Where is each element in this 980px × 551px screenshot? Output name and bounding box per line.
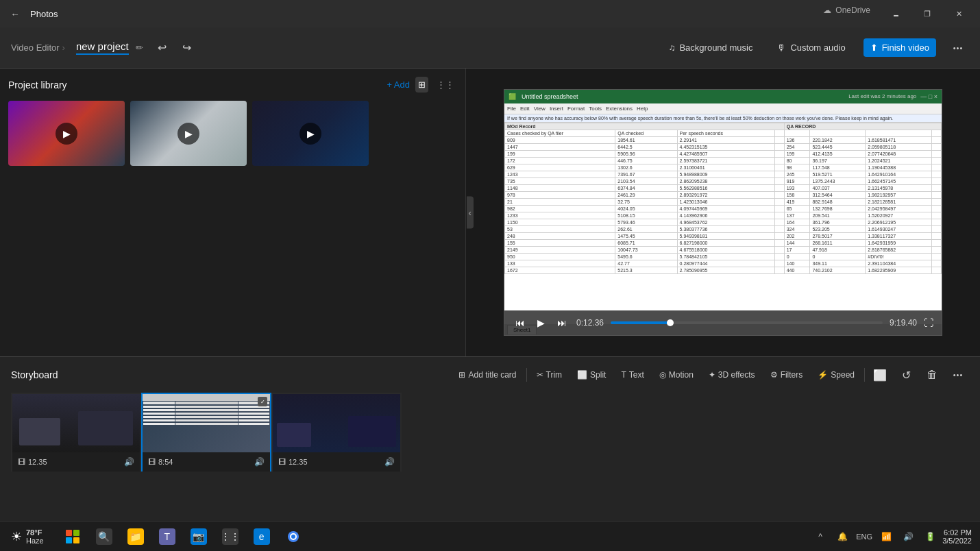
tool-separator-2 [864, 368, 865, 382]
storyboard-clip-1[interactable]: 🎞 12.35 🔊 [11, 393, 141, 472]
cell-1-3 [774, 144, 784, 151]
sheet-menu-edit[interactable]: Edit [520, 106, 530, 112]
undo-button[interactable]: ↩ [151, 37, 173, 59]
custom-audio-button[interactable]: 🎙 Custom audio [770, 38, 852, 57]
tray-network[interactable]: 📶 [877, 527, 896, 546]
cell-11-7 [931, 212, 941, 219]
filters-button[interactable]: ⚙ Filters [765, 367, 809, 383]
undo-redo-controls: ↩ ↪ [151, 37, 198, 59]
title-bar: ← Photos ☁ OneDrive 🗕 ❐ ✕ [0, 0, 980, 27]
more-options-button[interactable]: ••• [947, 37, 969, 59]
list-view-button[interactable]: ⋮⋮ [434, 77, 457, 93]
search-taskbar-button[interactable]: 🔍 [89, 522, 119, 552]
sheet-menu-file[interactable]: File [507, 106, 516, 112]
tray-volume[interactable]: 🔊 [898, 527, 918, 546]
cell-7-3 [774, 185, 784, 192]
sheet-menu-format[interactable]: Format [567, 106, 585, 112]
rewind-button[interactable]: ⏮ [513, 316, 528, 330]
add-media-button[interactable]: + Add [387, 77, 410, 93]
sheet-menu-insert[interactable]: Insert [550, 106, 563, 112]
progress-bar[interactable] [611, 321, 883, 324]
grid-view-button[interactable]: ⊞ [415, 77, 428, 93]
tray-keyboard[interactable]: ENG [855, 527, 874, 546]
sheet-menu-help[interactable]: Help [637, 106, 648, 112]
file-explorer-taskbar-button[interactable]: 📁 [121, 522, 151, 552]
onedrive-area: ☁ OneDrive [823, 5, 870, 15]
cell-19-0: 1672 [505, 267, 615, 274]
restore-button[interactable]: ❐ [911, 0, 943, 27]
text-button[interactable]: T Text [615, 367, 649, 383]
cell-8-4: 158 [784, 192, 810, 199]
back-button[interactable]: ← [5, 4, 25, 23]
cell-5-5: 519.5271 [810, 171, 866, 178]
fullscreen-button[interactable]: ⛶ [924, 317, 933, 328]
cell-4-0: 629 [505, 164, 615, 171]
cell-5-7 [931, 171, 941, 178]
more-apps-taskbar-button[interactable]: ⋮⋮ [215, 522, 245, 552]
finish-video-button[interactable]: ⬆ Finish video [863, 38, 936, 57]
tray-chevron[interactable]: ^ [811, 527, 830, 546]
cell-6-0: 735 [505, 178, 615, 185]
close-button[interactable]: ✕ [943, 0, 975, 27]
start-button[interactable] [58, 522, 88, 552]
clip-thumbnail-1 [12, 394, 140, 452]
rotate-button[interactable]: ↺ [895, 364, 917, 386]
forward-button[interactable]: ⏭ [554, 316, 569, 330]
cell-1-1: 6442.5 [615, 144, 677, 151]
clip-thumbnail-2: ✓ [143, 394, 270, 452]
minimize-button[interactable]: 🗕 [880, 0, 911, 27]
edge-taskbar-button[interactable]: e [247, 522, 277, 552]
tray-battery[interactable]: 🔋 [920, 527, 940, 546]
media-item[interactable]: ▶ [8, 101, 125, 166]
more-storyboard-button[interactable]: ••• [947, 364, 969, 386]
split-icon: ⬜ [577, 370, 587, 380]
cell-18-4: 140 [784, 260, 810, 267]
teams-taskbar-button[interactable]: T [152, 522, 182, 552]
trim-button[interactable]: ✂ Trim [531, 367, 568, 383]
delete-button[interactable]: 🗑 [921, 364, 943, 386]
tray-notification[interactable]: 🔔 [833, 527, 852, 546]
collapse-panel-button[interactable]: ‹ [467, 197, 474, 229]
cell-9-5: 882.9148 [810, 199, 866, 206]
edit-title-button[interactable]: ✏ [133, 40, 146, 56]
split-button[interactable]: ⬜ Split [572, 367, 611, 383]
taskbar-right: ^ 🔔 ENG 📶 🔊 🔋 6:02 PM 3/5/2022 [811, 527, 975, 546]
storyboard-clip-3[interactable]: 🎞 12.35 🔊 [271, 393, 402, 472]
teams-icon: T [159, 528, 175, 545]
audio-icon: 🎙 [777, 42, 786, 53]
cell-15-0: 155 [505, 240, 615, 247]
sheet-info-bar: If we find anyone who has accuracy below… [504, 114, 942, 123]
title-bar-left: ← Photos [5, 4, 58, 23]
sheet-menu-view[interactable]: View [534, 106, 546, 112]
cell-3-4: 80 [784, 158, 810, 164]
cell-1-0: 1447 [505, 144, 615, 151]
aspect-ratio-button[interactable]: ⬜ [869, 364, 891, 386]
taskbar-clock[interactable]: 6:02 PM 3/5/2022 [942, 528, 972, 545]
col-empty2 [784, 130, 810, 137]
speed-button[interactable]: ⚡ Speed [812, 367, 860, 383]
cell-0-2: 2.29141 [677, 137, 774, 144]
background-music-button[interactable]: ♫ Background music [662, 38, 760, 57]
motion-icon: ◎ [659, 370, 666, 380]
photos-taskbar-button[interactable]: 📷 [184, 522, 214, 552]
cell-17-5: 0 [810, 254, 866, 260]
weather-widget[interactable]: ☀ 78°F Haze [5, 526, 49, 548]
cell-17-0: 950 [505, 254, 615, 260]
redo-button[interactable]: ↪ [176, 37, 198, 59]
play-button[interactable]: ▶ [535, 316, 548, 330]
cell-8-2: 2.893291972 [677, 192, 774, 199]
storyboard-clip-2[interactable]: ✓ 🎞 8:54 🔊 [141, 393, 271, 472]
sheet-menu-tools[interactable]: Tools [589, 106, 602, 112]
sheet-menu-extensions[interactable]: Extensions [606, 106, 633, 112]
media-item[interactable]: ▶ [130, 101, 247, 166]
add-title-card-button[interactable]: ⊞ Add title card [453, 367, 522, 383]
video-editor-link[interactable]: Video Editor [11, 42, 60, 53]
chrome-taskbar-button[interactable] [278, 522, 308, 552]
clip-2-audio-icon: 🔊 [254, 457, 265, 467]
cell-11-2: 4.143962906 [677, 212, 774, 219]
windows-logo-sq3 [66, 537, 72, 543]
3d-effects-button[interactable]: ✦ 3D effects [703, 367, 761, 383]
motion-button[interactable]: ◎ Motion [654, 367, 699, 383]
media-item[interactable]: ▶ [252, 101, 369, 166]
cell-13-2: 5.380377736 [677, 226, 774, 233]
